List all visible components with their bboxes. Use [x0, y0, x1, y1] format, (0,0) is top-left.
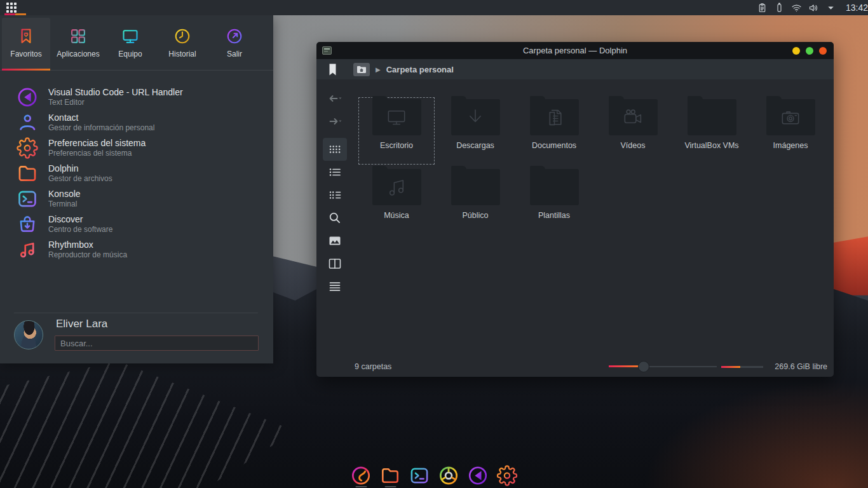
- folder-view: Escritorio Descargas Documentos Vídeos V…: [353, 79, 834, 356]
- preview-button[interactable]: [323, 229, 347, 252]
- folder-imagenes[interactable]: Imágenes: [751, 96, 830, 166]
- folder-videos[interactable]: Vídeos: [593, 96, 672, 166]
- folder-publico[interactable]: Público: [436, 166, 515, 236]
- app-item-visual-studio-code-url-handler[interactable]: Visual Studio Code - URL Handler Text Ed…: [0, 85, 273, 110]
- forward-button[interactable]: [323, 110, 347, 133]
- maximize-button[interactable]: [806, 47, 813, 55]
- app-name: Kontact: [48, 112, 154, 123]
- search-input[interactable]: [55, 336, 259, 351]
- dock-chromium[interactable]: [438, 465, 459, 487]
- folder-virtualbox-vms[interactable]: VirtualBox VMs: [672, 96, 751, 166]
- panel-clock[interactable]: 13:42: [846, 3, 868, 13]
- settings-icon: [17, 137, 38, 159]
- folder-label: Plantillas: [538, 211, 570, 220]
- home-button[interactable]: [353, 63, 370, 76]
- dock-settings[interactable]: [497, 465, 518, 487]
- terminal-icon: [17, 188, 38, 210]
- folder-icon: [372, 99, 421, 135]
- tab-salir[interactable]: Salir: [208, 15, 261, 70]
- search-button[interactable]: [323, 207, 347, 229]
- compact-view-button[interactable]: [323, 184, 347, 207]
- app-item-konsole[interactable]: Konsole Terminal: [0, 186, 273, 212]
- icons-view-icon: [327, 142, 342, 157]
- battery-icon[interactable]: [774, 3, 785, 13]
- tab-label: Salir: [227, 50, 242, 58]
- dock-konsole[interactable]: [409, 465, 430, 487]
- folder-descargas[interactable]: Descargas: [436, 96, 515, 166]
- monitor-glyph: [372, 99, 421, 135]
- app-item-discover[interactable]: Discover Centro de software: [0, 212, 273, 237]
- app-item-rhythmbox[interactable]: Rhythmbox Reproductor de música: [0, 237, 273, 262]
- search-icon: [327, 210, 342, 226]
- footer-divider: [14, 313, 258, 313]
- window-icon: [322, 46, 332, 55]
- zoom-slider[interactable]: [609, 361, 717, 372]
- folder-musica[interactable]: Música: [357, 166, 436, 236]
- window-controls: [792, 47, 834, 55]
- back-icon: [327, 91, 342, 106]
- minimize-button[interactable]: [792, 47, 800, 55]
- folder-escritorio[interactable]: Escritorio: [357, 96, 436, 166]
- bookmark-icon[interactable]: [329, 64, 336, 76]
- top-panel: 13:42: [0, 0, 868, 15]
- volume-icon[interactable]: [808, 3, 819, 13]
- back-button[interactable]: [323, 87, 347, 110]
- tab-aplicaciones[interactable]: Aplicaciones: [52, 15, 104, 70]
- settings-icon: [497, 465, 518, 486]
- folder-label: VirtualBox VMs: [684, 141, 738, 150]
- document-glyph: [530, 99, 579, 135]
- chromium-icon: [438, 465, 459, 486]
- split-view-button[interactable]: [323, 252, 347, 275]
- tab-label: Aplicaciones: [57, 50, 99, 58]
- network-icon[interactable]: [791, 3, 802, 13]
- menu-button[interactable]: [323, 275, 347, 298]
- folder-label: Escritorio: [380, 141, 413, 150]
- folder-icon: [688, 99, 736, 135]
- vscode-icon: [468, 465, 489, 486]
- clipboard-icon[interactable]: [757, 3, 768, 13]
- tab-historial[interactable]: Historial: [156, 15, 208, 70]
- app-item-preferencias-del-sistema[interactable]: Preferencias del sistema Preferencias de…: [0, 135, 273, 161]
- dock-firefox[interactable]: [351, 465, 372, 487]
- preview-icon: [327, 233, 342, 248]
- tab-equipo[interactable]: Equipo: [104, 15, 156, 70]
- items-count: 9 carpetas: [355, 362, 391, 371]
- folder-icon: [17, 163, 38, 184]
- folder-icon: [372, 169, 421, 205]
- folder-label: Documentos: [532, 141, 576, 150]
- firefox-icon: [351, 465, 372, 486]
- tab-favoritos[interactable]: Favoritos: [0, 15, 52, 70]
- dock-vscode[interactable]: [468, 465, 489, 487]
- titlebar[interactable]: Carpeta personal — Dolphin: [316, 42, 834, 59]
- computer-icon: [121, 27, 139, 45]
- launcher-footer: Eliver Lara: [0, 313, 273, 363]
- vscode-icon: [17, 86, 38, 108]
- menu-icon: [327, 279, 342, 294]
- close-button[interactable]: [819, 47, 827, 55]
- dock-file-manager[interactable]: [380, 465, 401, 487]
- icons-view-button[interactable]: [323, 138, 347, 161]
- files-icon: [380, 465, 401, 486]
- list-view-icon: [327, 165, 342, 180]
- app-description: Centro de software: [48, 225, 112, 234]
- app-name: Konsole: [48, 189, 81, 200]
- app-launcher-button[interactable]: [0, 0, 23, 15]
- folder-label: Vídeos: [621, 141, 646, 150]
- chevron-right-icon: ▶: [376, 66, 381, 73]
- zoom-slider-handle[interactable]: [638, 361, 649, 372]
- tab-label: Favoritos: [10, 50, 41, 58]
- folder-documentos[interactable]: Documentos: [515, 96, 593, 166]
- user-avatar[interactable]: [14, 320, 43, 349]
- app-item-dolphin[interactable]: Dolphin Gestor de archivos: [0, 161, 273, 186]
- caret-down-icon[interactable]: [825, 3, 836, 13]
- app-name: Dolphin: [48, 163, 112, 174]
- list-view-button[interactable]: [323, 161, 347, 184]
- download-glyph: [451, 99, 500, 135]
- folder-icon: [530, 99, 579, 135]
- app-item-kontact[interactable]: Kontact Gestor de información personal: [0, 110, 273, 135]
- wallpaper-warm-glow: [642, 381, 868, 488]
- folder-plantillas[interactable]: Plantillas: [515, 166, 593, 236]
- app-grid-icon: [6, 3, 17, 13]
- breadcrumb-location[interactable]: Carpeta personal: [386, 65, 454, 74]
- running-indicator: [384, 486, 396, 487]
